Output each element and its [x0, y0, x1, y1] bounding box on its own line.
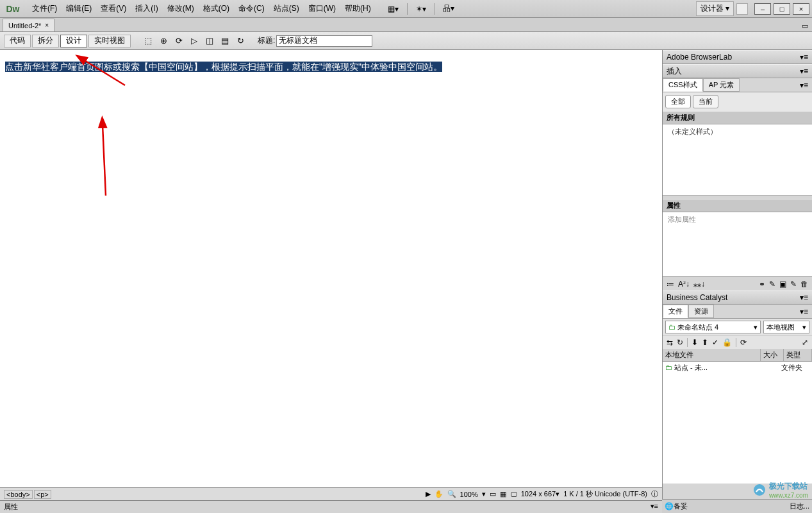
properties-list[interactable]: 添加属性: [663, 212, 812, 276]
add-property-link[interactable]: 添加属性: [668, 215, 696, 223]
panel-menu-icon[interactable]: ▾≡: [800, 67, 808, 76]
design-view-button[interactable]: 设计: [60, 35, 87, 47]
zoom-value[interactable]: 100%: [460, 491, 478, 498]
file-row[interactable]: 🗀 站点 - 未... 文件夹: [663, 362, 812, 374]
panel-label: Adobe BrowserLab: [667, 53, 732, 62]
checkout-icon[interactable]: ✓: [712, 338, 718, 347]
rules-list[interactable]: （未定义样式）: [663, 124, 812, 195]
col-size[interactable]: 大小: [761, 349, 784, 361]
extend-icon[interactable]: ✶▾: [414, 3, 428, 15]
code-view-button[interactable]: 代码: [4, 35, 31, 47]
edit-icon[interactable]: ✎: [790, 280, 797, 289]
inspect-icon[interactable]: ⊕: [156, 35, 170, 47]
css-tool-icon[interactable]: ≔: [667, 280, 674, 289]
options-icon[interactable]: ▤: [218, 35, 232, 47]
zoom-icon[interactable]: 🔍: [447, 490, 456, 498]
col-type[interactable]: 类型: [784, 349, 812, 361]
title-input[interactable]: [276, 35, 372, 47]
info-icon[interactable]: ⓘ: [651, 489, 658, 499]
doc-window-controls[interactable]: ▭: [798, 21, 812, 31]
css-all-button[interactable]: 全部: [665, 95, 691, 108]
menu-format[interactable]: 格式(O): [199, 1, 233, 16]
dimensions[interactable]: 1024 x 667▾: [521, 490, 559, 498]
panel-menu-icon[interactable]: ▾≡: [796, 81, 812, 90]
css-tool-icon[interactable]: Aᶻ↓: [678, 280, 690, 289]
new-style-icon[interactable]: ▣: [779, 280, 786, 289]
toolbar-icons: ▦▾ ✶▾ 品▾: [386, 3, 456, 15]
view-icon2[interactable]: ▦: [500, 490, 506, 498]
checkin-icon[interactable]: 🔒: [722, 338, 732, 347]
tag-body[interactable]: <body>: [4, 490, 33, 499]
close-icon[interactable]: ×: [45, 22, 49, 29]
panel-business-catalyst[interactable]: Business Catalyst▾≡: [663, 290, 812, 305]
panel-insert[interactable]: 插入▾≡: [663, 64, 812, 78]
sync-icon[interactable]: ⟳: [740, 338, 747, 347]
play-icon[interactable]: ▷: [187, 35, 201, 47]
pointer-icon[interactable]: ▶: [426, 490, 431, 498]
panel-browserlab[interactable]: Adobe BrowserLab▾≡: [663, 50, 812, 64]
maximize-button[interactable]: □: [774, 3, 790, 15]
menu-insert[interactable]: 插入(I): [131, 1, 162, 16]
put-icon[interactable]: ⬆: [702, 338, 708, 347]
close-button[interactable]: ×: [793, 3, 809, 15]
tab-css-styles[interactable]: CSS样式: [663, 78, 703, 92]
live-data-icon[interactable]: ⟳: [172, 35, 186, 47]
log-link[interactable]: 日志...: [790, 501, 809, 511]
document-tab[interactable]: Untitled-2* ×: [3, 19, 54, 31]
split-view-button[interactable]: 拆分: [32, 35, 59, 47]
page-content[interactable]: 点击新华社客户端首页图标或搜索【中国空间站】，根据提示扫描平面，就能在"增强现实…: [5, 62, 442, 73]
file-list[interactable]: 🗀 站点 - 未... 文件夹: [663, 362, 812, 484]
css-mode-row: 全部 当前: [663, 92, 812, 111]
menu-file[interactable]: 文件(F): [28, 1, 61, 16]
link-icon[interactable]: ⚭: [759, 280, 765, 289]
menu-modify[interactable]: 修改(M): [163, 1, 198, 16]
panel-menu-icon[interactable]: ▾≡: [800, 293, 808, 302]
menu-window[interactable]: 窗口(W): [304, 1, 340, 16]
preview-icon[interactable]: ◫: [203, 35, 217, 47]
refresh-icon[interactable]: ↻: [677, 338, 683, 347]
layout-icon[interactable]: ▦▾: [386, 3, 401, 15]
menu-site[interactable]: 站点(S): [270, 1, 303, 16]
properties-panel-bar[interactable]: 属性 ▾≡: [0, 500, 662, 513]
folder-icon: 🗀: [668, 323, 675, 331]
selected-text[interactable]: 点击新华社客户端首页图标或搜索【中国空间站】，根据提示扫描平面，就能在"增强现实…: [5, 62, 442, 72]
menu-edit[interactable]: 编辑(E): [62, 1, 95, 16]
screen-icon[interactable]: 🖵: [510, 491, 517, 498]
css-current-button[interactable]: 当前: [693, 95, 718, 108]
new-rule-icon[interactable]: ✎: [769, 280, 775, 289]
panel-menu-icon[interactable]: ▾≡: [800, 53, 808, 62]
files-status-bar: 🌐 备妥 日志...: [662, 499, 812, 513]
expand-icon[interactable]: ⤢: [802, 338, 808, 347]
panel-menu-icon[interactable]: ▾≡: [650, 502, 658, 512]
live-code-icon[interactable]: ⬚: [141, 35, 155, 47]
live-view-button[interactable]: 实时视图: [88, 35, 131, 47]
col-localfile[interactable]: 本地文件: [663, 349, 761, 361]
refresh-icon[interactable]: ↻: [233, 35, 247, 47]
tag-p[interactable]: <p>: [34, 490, 51, 499]
tab-ap-elements[interactable]: AP 元素: [703, 78, 740, 92]
menu-help[interactable]: 帮助(H): [341, 1, 375, 16]
get-icon[interactable]: ⬇: [692, 338, 698, 347]
search-icon[interactable]: [736, 3, 748, 15]
view-selector[interactable]: 本地视图▾: [763, 321, 809, 333]
site-icon[interactable]: 品▾: [442, 3, 456, 15]
breadcrumb: <body> <p>: [4, 490, 51, 499]
workspace-switcher[interactable]: 设计器 ▾: [696, 1, 734, 16]
view-icon[interactable]: ▭: [490, 490, 496, 498]
ready-icon[interactable]: 🌐: [665, 502, 674, 510]
tab-resources[interactable]: 资源: [688, 305, 714, 318]
page-size: 1 K / 1 秒 Unicode (UTF-8): [563, 489, 647, 499]
connect-icon[interactable]: ⇆: [667, 338, 673, 347]
menu-command[interactable]: 命令(C): [235, 1, 269, 16]
menu-view[interactable]: 查看(V): [97, 1, 130, 16]
file-columns: 本地文件 大小 类型: [663, 349, 812, 362]
tab-files[interactable]: 文件: [663, 305, 688, 318]
design-canvas[interactable]: 点击新华社客户端首页图标或搜索【中国空间站】，根据提示扫描平面，就能在"增强现实…: [0, 50, 662, 500]
view-toolbar: 代码 拆分 设计 实时视图 ⬚ ⊕ ⟳ ▷ ◫ ▤ ↻ 标题:: [0, 32, 812, 50]
site-selector[interactable]: 🗀 未命名站点 4▾: [665, 321, 761, 333]
delete-icon[interactable]: 🗑: [800, 280, 808, 289]
hand-icon[interactable]: ✋: [435, 490, 443, 498]
minimize-button[interactable]: –: [754, 3, 771, 15]
panel-menu-icon[interactable]: ▾≡: [796, 307, 812, 316]
css-tool-icon[interactable]: ⁎⁎↓: [693, 280, 705, 289]
